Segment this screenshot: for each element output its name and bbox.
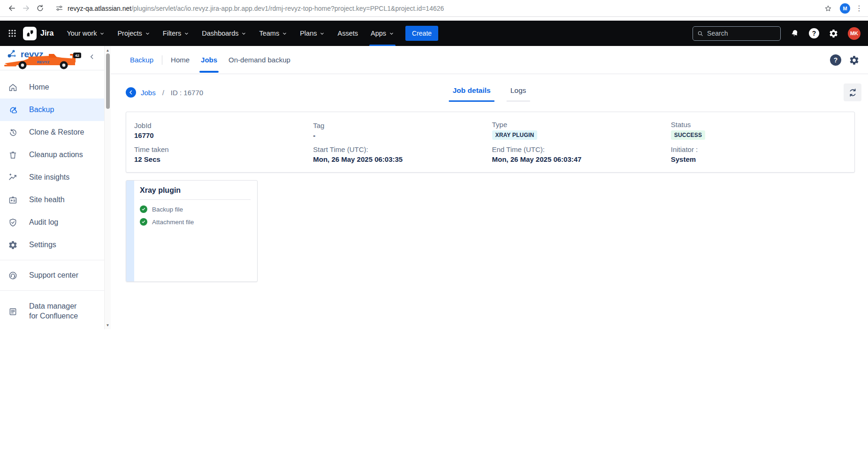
- bookmark-star-icon[interactable]: [821, 1, 835, 15]
- app-tabs-row: Backup Home Jobs On-demand backup ?: [111, 46, 868, 74]
- trash-icon: [8, 150, 18, 160]
- jira-product-name[interactable]: Jira: [40, 29, 53, 38]
- card-accent-stripe: [126, 181, 134, 281]
- user-avatar[interactable]: MK: [848, 27, 860, 40]
- nav-apps[interactable]: Apps: [371, 21, 394, 46]
- create-button[interactable]: Create: [405, 26, 438, 41]
- tab-on-demand-backup[interactable]: On-demand backup: [228, 46, 290, 74]
- url-bar[interactable]: revyz-qa.atlassian.net/plugins/servlet/a…: [55, 4, 821, 12]
- sidebar-item-backup[interactable]: Backup: [0, 99, 104, 121]
- sidebar-divider: [0, 260, 104, 260]
- sidebar-item-site-health[interactable]: Site health: [0, 189, 104, 211]
- chevron-down-icon: [99, 31, 105, 36]
- nav-projects[interactable]: Projects: [117, 21, 150, 46]
- sidebar-divider: [0, 290, 104, 291]
- reload-icon[interactable]: [33, 1, 47, 15]
- breadcrumb: Jobs / ID : 16770: [126, 83, 203, 102]
- race-car-logo: 42 REVYZ: [4, 52, 83, 69]
- refresh-button[interactable]: [844, 83, 861, 101]
- sidebar-item-site-insights[interactable]: Site insights: [0, 166, 104, 189]
- top-tabs: Home Jobs On-demand backup: [171, 46, 290, 74]
- browser-actions: M ⋮: [821, 1, 863, 15]
- sidebar-collapse-icon[interactable]: [88, 53, 96, 61]
- browser-chrome: revyz-qa.atlassian.net/plugins/servlet/a…: [0, 0, 868, 17]
- app-settings-gear-icon[interactable]: [849, 55, 860, 66]
- notifications-bell-icon[interactable]: [790, 29, 799, 38]
- forward-icon[interactable]: [19, 1, 33, 15]
- document-icon: [8, 306, 18, 317]
- field-tag: Tag -: [313, 118, 492, 143]
- chevron-down-icon: [145, 31, 150, 36]
- chevron-down-icon: [241, 31, 246, 36]
- search-input[interactable]: [707, 30, 776, 37]
- list-item-backup-file: Backup file: [140, 205, 251, 213]
- tab-jobs[interactable]: Jobs: [201, 46, 217, 74]
- backup-link[interactable]: Backup: [130, 56, 153, 64]
- insights-icon: [8, 172, 18, 182]
- tab-job-details[interactable]: Job details: [449, 83, 495, 102]
- back-icon[interactable]: [5, 1, 19, 15]
- browser-menu-icon[interactable]: ⋮: [855, 5, 863, 12]
- settings-gear-icon[interactable]: [829, 29, 838, 38]
- breadcrumb-separator: /: [160, 89, 166, 97]
- back-circle-icon[interactable]: [126, 87, 136, 98]
- scrollbar-down-icon[interactable]: ▼: [105, 322, 111, 328]
- site-info-icon[interactable]: [55, 4, 63, 12]
- xray-plugin-card: Xray plugin Backup file Atta: [126, 180, 258, 282]
- jira-nav-right: ? MK: [693, 26, 860, 41]
- sidebar-item-home[interactable]: Home: [0, 76, 104, 99]
- browser-profile-avatar[interactable]: M: [840, 3, 850, 14]
- nav-dashboards[interactable]: Dashboards: [202, 21, 246, 46]
- gear-icon: [8, 240, 18, 250]
- status-badge: SUCCESS: [671, 130, 705, 140]
- tab-home[interactable]: Home: [171, 46, 190, 74]
- search-icon: [697, 30, 703, 37]
- url-path: /plugins/servlet/ac/io.revyz.jira-app.br…: [131, 5, 444, 12]
- breadcrumb-current: ID : 16770: [171, 89, 203, 97]
- field-end-time: End Time (UTC): Mon, 26 May 2025 06:03:4…: [492, 143, 671, 167]
- nav-your-work[interactable]: Your work: [67, 21, 105, 46]
- sidebar-item-audit-log[interactable]: Audit log: [0, 211, 104, 234]
- sidebar-item-data-manager-confluence[interactable]: Data manager for Confluence: [0, 295, 104, 328]
- svg-text:REVYZ: REVYZ: [37, 60, 50, 64]
- field-jobid: JobId 16770: [134, 118, 313, 143]
- sidebar-scrollbar[interactable]: ▲ ▼: [104, 46, 111, 329]
- global-search[interactable]: [693, 26, 781, 41]
- chevron-down-icon: [389, 31, 394, 36]
- field-initiator: Initiator : System: [671, 143, 850, 167]
- url-text[interactable]: revyz-qa.atlassian.net/plugins/servlet/a…: [68, 5, 444, 12]
- app-help-icon[interactable]: ?: [830, 54, 841, 66]
- sidebar-item-cleanup[interactable]: Cleanup actions: [0, 144, 104, 166]
- xray-card-title: Xray plugin: [140, 186, 251, 200]
- app-switcher-icon[interactable]: [8, 29, 17, 38]
- health-icon: [8, 195, 18, 205]
- nav-assets[interactable]: Assets: [337, 21, 358, 46]
- sidebar-item-support-center[interactable]: Support center: [0, 264, 104, 287]
- chevron-down-icon: [184, 31, 189, 36]
- jira-top-nav: Jira Your work Projects Filters Dashboar…: [0, 21, 868, 46]
- field-status: Status SUCCESS: [671, 118, 850, 143]
- field-type: Type XRAY PLUGIN: [492, 118, 671, 143]
- chevron-down-icon: [320, 31, 325, 36]
- nav-plans[interactable]: Plans: [300, 21, 325, 46]
- field-start-time: Start Time (UTC): Mon, 26 May 2025 06:03…: [313, 143, 492, 167]
- help-icon[interactable]: ?: [809, 28, 819, 38]
- nav-teams[interactable]: Teams: [259, 21, 287, 46]
- tab-separator: [162, 55, 162, 65]
- sidebar-item-settings[interactable]: Settings: [0, 234, 104, 256]
- sidebar-item-clone-restore[interactable]: Clone & Restore: [0, 121, 104, 144]
- jira-logo-icon[interactable]: [23, 27, 37, 40]
- sidebar-menu: Home Backup Clone & Restore Cleanup acti…: [0, 70, 104, 328]
- scrollbar-up-icon[interactable]: ▲: [105, 47, 111, 53]
- revyz-logo: revyz 42 REVYZ: [0, 46, 104, 70]
- header-icons: ?: [830, 46, 860, 74]
- nav-filters[interactable]: Filters: [163, 21, 189, 46]
- tab-logs[interactable]: Logs: [507, 83, 530, 102]
- main-content: Backup Home Jobs On-demand backup ?: [111, 46, 868, 470]
- scrollbar-thumb[interactable]: [106, 53, 110, 109]
- svg-text:42: 42: [75, 53, 79, 58]
- check-circle-icon: [140, 218, 147, 226]
- breadcrumb-jobs-link[interactable]: Jobs: [141, 89, 156, 97]
- screen: revyz-qa.atlassian.net/plugins/servlet/a…: [0, 0, 868, 470]
- job-details-card: JobId 16770 Tag - Type XRAY PLUGIN Statu…: [126, 112, 855, 173]
